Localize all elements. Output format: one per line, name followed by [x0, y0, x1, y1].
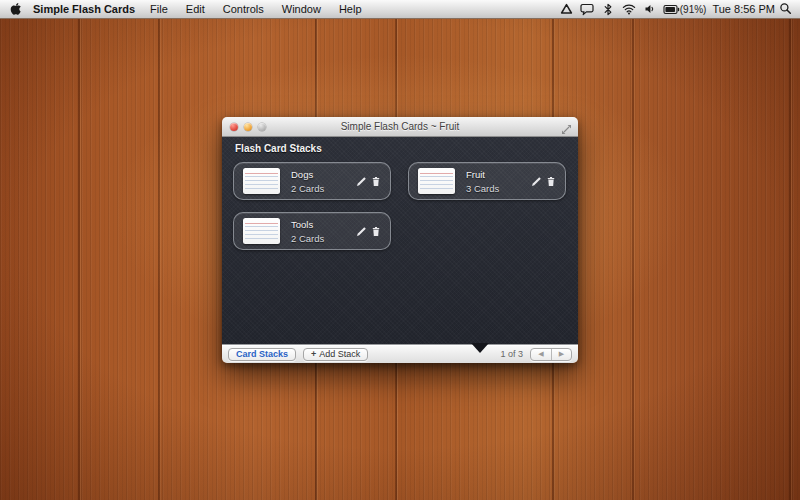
- menu-help[interactable]: Help: [330, 0, 371, 19]
- menu-controls[interactable]: Controls: [214, 0, 273, 19]
- apple-logo-icon: [10, 2, 22, 16]
- menu-window[interactable]: Window: [273, 0, 330, 19]
- card-thumbnail-icon: [243, 218, 280, 244]
- bottom-toolbar: Card Stacks + Add Stack 1 of 3 ◀ ▶: [222, 344, 578, 363]
- menu-bar: Simple Flash Cards File Edit Controls Wi…: [0, 0, 800, 19]
- trash-icon[interactable]: [371, 176, 381, 187]
- edit-pencil-icon[interactable]: [356, 226, 367, 237]
- drive-icon[interactable]: [558, 0, 575, 19]
- card-thumbnail-icon: [418, 168, 455, 194]
- popover-arrow: [471, 343, 489, 353]
- pager-prev-icon[interactable]: ◀: [531, 349, 551, 360]
- stack-tile-tools[interactable]: Tools 2 Cards: [233, 212, 391, 250]
- stack-name: Fruit: [466, 169, 499, 180]
- trash-icon[interactable]: [371, 226, 381, 237]
- pager-text: 1 of 3: [500, 349, 523, 359]
- stack-tile-dogs[interactable]: Dogs 2 Cards: [233, 162, 391, 200]
- volume-icon[interactable]: [642, 0, 659, 19]
- battery-percent[interactable]: (91%): [680, 4, 707, 15]
- bluetooth-icon[interactable]: [600, 0, 617, 19]
- app-window: Simple Flash Cards ~ Fruit Flash Card St…: [222, 117, 578, 363]
- menu-edit[interactable]: Edit: [177, 0, 214, 19]
- battery-icon[interactable]: [663, 0, 680, 19]
- app-menu-title[interactable]: Simple Flash Cards: [33, 3, 135, 15]
- wifi-icon[interactable]: [621, 0, 638, 19]
- add-stack-button[interactable]: + Add Stack: [303, 348, 368, 361]
- card-stacks-button[interactable]: Card Stacks: [228, 348, 296, 361]
- pager-control: ◀ ▶: [530, 348, 572, 361]
- stacks-view: Flash Card Stacks Dogs 2 Cards: [222, 137, 578, 344]
- spotlight-search-icon[interactable]: [779, 2, 792, 17]
- add-stack-label: Add Stack: [319, 349, 360, 359]
- stack-tile-fruit[interactable]: Fruit 3 Cards: [408, 162, 566, 200]
- trash-icon[interactable]: [546, 176, 556, 187]
- fullscreen-icon[interactable]: [561, 121, 573, 133]
- edit-pencil-icon[interactable]: [531, 176, 542, 187]
- stack-name: Tools: [291, 219, 324, 230]
- apple-menu[interactable]: [10, 2, 23, 16]
- edit-pencil-icon[interactable]: [356, 176, 367, 187]
- window-titlebar[interactable]: Simple Flash Cards ~ Fruit: [222, 117, 578, 137]
- messages-icon[interactable]: [579, 0, 596, 19]
- menu-clock[interactable]: Tue 8:56 PM: [712, 3, 775, 15]
- stack-name: Dogs: [291, 169, 324, 180]
- menu-file[interactable]: File: [141, 0, 177, 19]
- card-thumbnail-icon: [243, 168, 280, 194]
- stack-count: 2 Cards: [291, 183, 324, 194]
- stack-count: 3 Cards: [466, 183, 499, 194]
- minimize-button[interactable]: [244, 123, 252, 131]
- section-header: Flash Card Stacks: [235, 143, 322, 154]
- close-button[interactable]: [230, 123, 238, 131]
- window-title: Simple Flash Cards ~ Fruit: [222, 121, 578, 132]
- zoom-button[interactable]: [258, 123, 266, 131]
- plus-icon: +: [311, 349, 316, 359]
- pager-next-icon[interactable]: ▶: [551, 349, 571, 360]
- stack-count: 2 Cards: [291, 233, 324, 244]
